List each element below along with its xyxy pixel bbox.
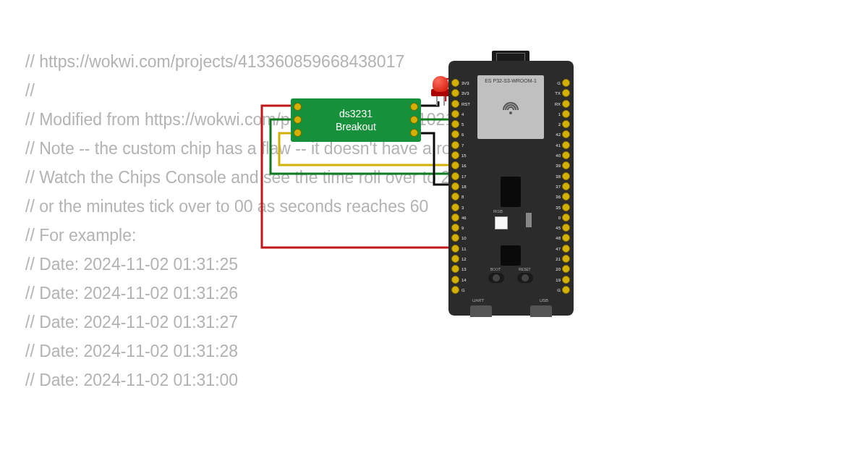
board-pin[interactable] [562,276,570,284]
board-pin[interactable] [562,141,570,149]
board-pin[interactable] [562,151,570,159]
board-pin[interactable] [562,214,570,221]
code-line: // Note -- the custom chip has a flaw --… [25,139,563,158]
board-pin[interactable] [562,161,570,169]
code-line: // Date: 2024-11-02 01:31:00 [25,371,238,389]
code-line: // Watch the Chips Console and see the t… [25,168,478,187]
board-pin[interactable] [562,110,570,118]
code-line: // Modified from https://wokwi.com/proje… [25,110,510,129]
board-pin[interactable] [562,193,570,200]
board-pin[interactable] [562,79,570,87]
board-pin[interactable] [562,203,570,211]
board-pin[interactable] [562,182,570,190]
code-line: // https://wokwi.com/projects/4133608596… [25,52,404,71]
code-comments: // https://wokwi.com/projects/4133608596… [25,18,563,394]
pin-header-right [562,79,571,294]
board-pin[interactable] [562,89,570,97]
board-pin[interactable] [562,286,570,294]
board-pin[interactable] [562,224,570,232]
board-pin[interactable] [562,265,570,273]
code-line: // or the minutes tick over to 00 as sec… [25,197,428,216]
board-pin[interactable] [562,100,570,108]
board-pin[interactable] [562,172,570,180]
code-line: // For example: [25,226,136,245]
board-pin[interactable] [562,245,570,253]
board-pin[interactable] [562,255,570,263]
board-pin[interactable] [562,130,570,138]
code-line: // [25,81,35,100]
code-line: // Date: 2024-11-02 01:31:28 [25,342,238,360]
code-line: // Date: 2024-11-02 01:31:26 [25,284,238,303]
code-line: // Date: 2024-11-02 01:31:25 [25,255,238,274]
board-pin[interactable] [562,120,570,128]
code-line: // Date: 2024-11-02 01:31:27 [25,313,238,332]
board-pin[interactable] [562,234,570,242]
